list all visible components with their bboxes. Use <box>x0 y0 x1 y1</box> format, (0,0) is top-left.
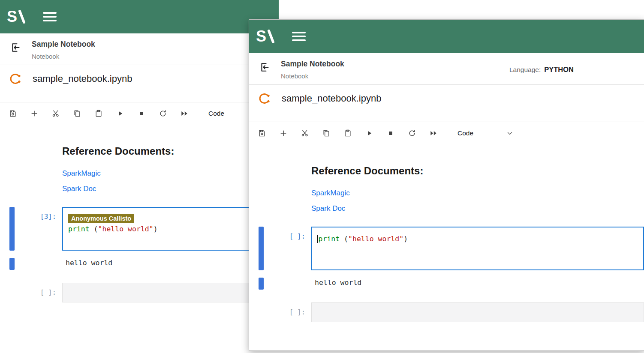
copy-icon <box>73 109 81 118</box>
cell-collapser[interactable] <box>259 227 264 270</box>
app-header: S <box>0 0 279 33</box>
notebook-filename: sample_notebook.ipynb <box>282 93 381 104</box>
empty-cell-row: [ ]: <box>0 283 279 302</box>
cut-cell-button[interactable] <box>51 109 60 118</box>
cell-prompt: [3]: <box>15 207 62 251</box>
output-prompt <box>15 257 62 270</box>
background-window: S Sample Notebook Notebook sample_notebo… <box>0 0 279 353</box>
empty-code-cell[interactable] <box>62 283 279 302</box>
notebook-subtitle: Notebook <box>32 53 95 60</box>
code-token-paren: ( <box>90 225 98 233</box>
back-button[interactable] <box>9 41 22 54</box>
notebook-subtitle: Notebook <box>281 72 344 80</box>
code-token-keyword: print <box>68 225 90 233</box>
save-icon <box>9 109 17 118</box>
restart-kernel-button[interactable] <box>159 109 167 118</box>
play-icon <box>116 110 124 117</box>
code-token-string: "hello world" <box>348 235 403 243</box>
logo-text: S <box>256 29 266 44</box>
cell-collapser[interactable] <box>9 207 15 251</box>
language-label: Language: <box>509 66 541 74</box>
menu-icon[interactable] <box>43 12 57 21</box>
code-cell-editor[interactable]: print ("hello world") <box>311 227 644 270</box>
scissors-icon <box>51 109 60 118</box>
save-button[interactable] <box>258 129 266 138</box>
link-spark-doc[interactable]: Spark Doc <box>311 204 644 213</box>
cell-output: hello world <box>62 257 112 270</box>
fast-forward-icon <box>180 109 189 118</box>
text-cursor <box>317 235 318 243</box>
run-cell-button[interactable] <box>116 109 124 118</box>
notebook-body: Reference Documents: SparkMagic Spark Do… <box>249 165 644 322</box>
fast-forward-icon <box>429 129 438 138</box>
back-icon <box>259 61 271 74</box>
output-row: hello world <box>249 277 644 290</box>
code-cell-editor[interactable]: Anonymous Callisto print ("hello world") <box>62 207 279 251</box>
app-logo: S <box>256 29 275 44</box>
empty-cell-row: [ ]: <box>249 302 644 322</box>
screen: S Sample Notebook Notebook sample_notebo… <box>0 0 644 353</box>
plus-icon <box>279 129 288 138</box>
logo-text: S <box>7 9 17 24</box>
empty-code-cell[interactable] <box>311 302 644 322</box>
paste-icon <box>94 109 103 118</box>
notebook-toolbar: Code <box>0 102 279 124</box>
language-value: PYTHON <box>544 66 574 74</box>
code-token-paren-close: ) <box>403 235 408 243</box>
markdown-links: SparkMagic Spark Doc <box>62 169 279 193</box>
cell-type-select[interactable]: Code <box>457 129 473 137</box>
markdown-links: SparkMagic Spark Doc <box>311 189 644 213</box>
notebook-toolbar: Code <box>249 122 644 144</box>
output-collapser[interactable] <box>259 278 264 290</box>
output-row: hello world <box>0 257 279 270</box>
language-indicator: Language: PYTHON <box>509 66 574 74</box>
cell-type-dropdown-button[interactable] <box>506 129 514 137</box>
code-token-paren-close: ) <box>153 225 158 233</box>
save-button[interactable] <box>9 109 17 118</box>
run-all-button[interactable] <box>429 129 438 138</box>
cell-output: hello world <box>311 277 361 290</box>
plus-icon <box>30 109 39 118</box>
run-cell-button[interactable] <box>365 129 373 138</box>
copy-cell-button[interactable] <box>73 109 81 118</box>
play-icon <box>365 129 373 137</box>
code-token-keyword: print <box>319 235 340 243</box>
paste-cell-button[interactable] <box>343 129 352 138</box>
stop-kernel-button[interactable] <box>386 129 395 138</box>
add-cell-button[interactable] <box>279 129 288 138</box>
copy-icon <box>322 129 331 138</box>
restart-kernel-button[interactable] <box>408 129 416 138</box>
paste-cell-button[interactable] <box>94 109 103 118</box>
markdown-heading: Reference Documents: <box>311 165 644 177</box>
document-header: Sample Notebook Notebook Language: PYTHO… <box>249 53 644 85</box>
link-sparkmagic[interactable]: SparkMagic <box>62 169 279 178</box>
title-block: Sample Notebook Notebook <box>281 60 344 80</box>
back-button[interactable] <box>259 61 271 74</box>
output-collapser[interactable] <box>9 258 15 270</box>
stop-icon <box>138 110 145 117</box>
empty-cell-prompt: [ ]: <box>264 302 311 322</box>
app-header: S <box>249 20 644 53</box>
document-header: Sample Notebook Notebook <box>0 33 279 65</box>
kernel-spinner-icon <box>9 73 21 85</box>
run-all-button[interactable] <box>180 109 189 118</box>
cut-cell-button[interactable] <box>301 129 309 138</box>
menu-icon[interactable] <box>292 32 306 41</box>
restart-icon <box>159 109 167 118</box>
add-cell-button[interactable] <box>30 109 39 118</box>
logo-slash-icon <box>267 29 275 44</box>
stop-kernel-button[interactable] <box>137 109 146 118</box>
foreground-window: S Sample Notebook Notebook Language: PYT… <box>249 19 644 351</box>
notebook-title: Sample Notebook <box>281 60 344 69</box>
cell-type-select[interactable]: Code <box>208 110 224 117</box>
markdown-heading: Reference Documents: <box>62 145 279 157</box>
link-spark-doc[interactable]: Spark Doc <box>62 185 279 193</box>
stop-icon <box>387 130 394 137</box>
collab-cursor-label: Anonymous Callisto <box>68 214 134 223</box>
link-sparkmagic[interactable]: SparkMagic <box>311 189 644 197</box>
code-token-string: "hello world" <box>98 225 153 233</box>
copy-cell-button[interactable] <box>322 129 331 138</box>
code-cell-row: [3]: Anonymous Callisto print ("hello wo… <box>0 207 279 251</box>
logo-slash-icon <box>18 9 26 24</box>
output-prompt <box>264 277 311 290</box>
